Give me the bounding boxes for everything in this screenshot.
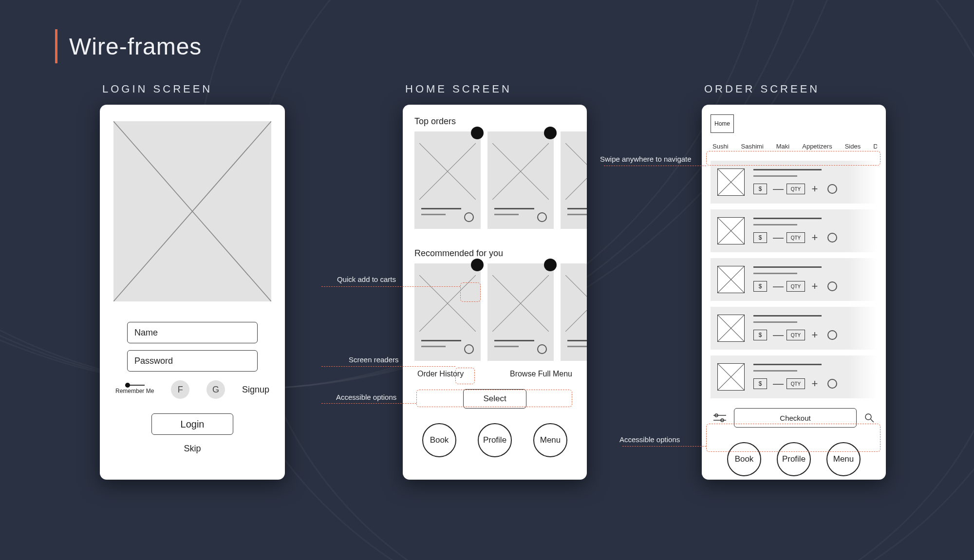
- annotation-quick-add: Quick add to carts: [337, 275, 396, 283]
- category-tab[interactable]: Sushi: [712, 143, 729, 150]
- quick-add-icon[interactable]: [544, 127, 557, 139]
- order-card[interactable]: [414, 263, 481, 361]
- nav-book-button[interactable]: Book: [422, 423, 456, 457]
- category-tab[interactable]: Sashimi: [741, 143, 764, 150]
- home-chip-button[interactable]: Home: [711, 114, 734, 133]
- annotation-accessible-order: Accessible options: [619, 435, 680, 444]
- menu-item-row[interactable]: $ — QTY +: [711, 161, 877, 204]
- decrement-button[interactable]: —: [773, 329, 781, 341]
- password-input[interactable]: Password: [127, 350, 258, 372]
- increment-button[interactable]: +: [811, 377, 819, 390]
- price-chip: $: [753, 184, 767, 194]
- increment-button[interactable]: +: [811, 183, 819, 195]
- svg-line-29: [871, 419, 874, 422]
- nav-menu-button[interactable]: Menu: [533, 423, 567, 457]
- svg-line-6: [565, 143, 587, 200]
- top-orders-row[interactable]: [403, 131, 587, 229]
- password-placeholder: Password: [134, 356, 173, 366]
- decrement-button[interactable]: —: [773, 377, 781, 390]
- login-button[interactable]: Login: [151, 413, 233, 435]
- login-phone-frame: Name Password Remember Me F G Signup Log…: [100, 105, 285, 480]
- quick-add-icon[interactable]: [471, 259, 484, 271]
- annotation-marker: [706, 151, 880, 166]
- increment-button[interactable]: +: [811, 231, 819, 244]
- order-card[interactable]: [414, 131, 481, 229]
- svg-point-28: [865, 414, 871, 420]
- item-image-placeholder: [717, 217, 745, 244]
- qty-chip[interactable]: QTY: [787, 330, 805, 340]
- row-indicator-icon: [827, 233, 837, 243]
- price-chip: $: [753, 232, 767, 243]
- svg-line-13: [565, 275, 587, 332]
- nav-profile-button[interactable]: Profile: [478, 423, 512, 457]
- name-placeholder: Name: [134, 328, 158, 338]
- annotation-swipe: Swipe anywhere to navigate: [600, 155, 692, 163]
- search-icon[interactable]: [864, 413, 874, 423]
- menu-item-row[interactable]: $—QTY+: [711, 307, 877, 350]
- filters-icon[interactable]: [713, 413, 726, 423]
- item-image-placeholder: [717, 266, 745, 293]
- annotation-screen-readers: Screen readers: [349, 355, 399, 364]
- annotation-connector: [622, 446, 706, 447]
- browse-menu-link[interactable]: Browse Full Menu: [510, 370, 572, 378]
- decrement-button[interactable]: —: [773, 280, 781, 293]
- price-chip: $: [753, 330, 767, 340]
- item-image-placeholder: [717, 315, 745, 342]
- menu-item-row[interactable]: $—QTY+: [711, 209, 877, 252]
- row-indicator-icon: [827, 281, 837, 291]
- quick-add-icon[interactable]: [544, 259, 557, 271]
- menu-item-row[interactable]: $—QTY+: [711, 355, 877, 398]
- remember-me-label: Remember Me: [115, 388, 154, 394]
- signup-link[interactable]: Signup: [242, 385, 269, 395]
- row-indicator-icon: [827, 379, 837, 389]
- home-screen-label: HOME SCREEN: [405, 83, 512, 95]
- qty-chip[interactable]: QTY: [787, 232, 805, 243]
- price-chip: $: [753, 378, 767, 389]
- qty-chip[interactable]: QTY: [787, 184, 805, 194]
- price-chip: $: [753, 281, 767, 292]
- decrement-button[interactable]: —: [773, 183, 781, 195]
- card-reader-indicator: [464, 344, 474, 354]
- decrement-button[interactable]: —: [773, 231, 781, 244]
- recommended-row[interactable]: [403, 263, 587, 361]
- annotation-marker: [455, 368, 475, 384]
- page-header: Wire-frames: [55, 29, 202, 63]
- skip-link[interactable]: Skip: [113, 444, 271, 454]
- qty-chip[interactable]: QTY: [787, 378, 805, 389]
- order-card[interactable]: [487, 263, 554, 361]
- order-screen-label: ORDER SCREEN: [704, 83, 820, 95]
- annotation-connector: [321, 286, 460, 287]
- order-card[interactable]: [561, 131, 587, 229]
- order-card[interactable]: [561, 263, 587, 361]
- name-input[interactable]: Name: [127, 322, 258, 343]
- top-orders-heading: Top orders: [403, 116, 587, 131]
- card-reader-indicator: [537, 212, 547, 222]
- login-screen-label: LOGIN SCREEN: [102, 83, 212, 95]
- qty-chip[interactable]: QTY: [787, 281, 805, 292]
- bottom-nav: Book Profile Menu: [403, 415, 587, 465]
- annotation-connector: [321, 366, 455, 367]
- google-login-button[interactable]: G: [206, 380, 225, 399]
- quick-add-icon[interactable]: [471, 127, 484, 139]
- category-tab[interactable]: Appetizers: [802, 143, 832, 150]
- accent-bar: [55, 29, 57, 63]
- recommended-heading: Recommended for you: [403, 248, 587, 263]
- svg-line-7: [565, 143, 587, 200]
- menu-item-row[interactable]: $—QTY+: [711, 258, 877, 301]
- category-tab[interactable]: Sides: [845, 143, 861, 150]
- category-tab[interactable]: Desse: [873, 143, 877, 150]
- annotation-marker: [416, 390, 572, 407]
- facebook-login-button[interactable]: F: [171, 380, 189, 399]
- item-image-placeholder: [717, 168, 745, 196]
- annotation-connector: [604, 166, 706, 166]
- row-indicator-icon: [827, 330, 837, 340]
- remember-me-toggle[interactable]: Remember Me: [115, 385, 154, 394]
- category-tab[interactable]: Maki: [776, 143, 789, 150]
- item-image-placeholder: [717, 363, 745, 391]
- page-title: Wire-frames: [69, 33, 202, 60]
- login-hero-placeholder: [113, 121, 271, 301]
- increment-button[interactable]: +: [811, 280, 819, 293]
- annotation-accessible-home: Accessible options: [336, 393, 396, 401]
- order-card[interactable]: [487, 131, 554, 229]
- increment-button[interactable]: +: [811, 329, 819, 341]
